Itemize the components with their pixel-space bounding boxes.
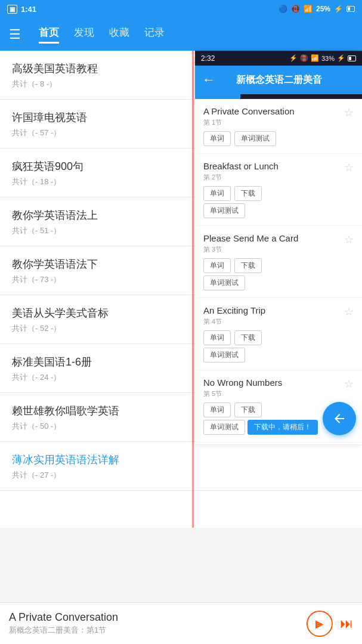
download-button[interactable]: 下载 xyxy=(234,186,262,201)
wifi-icon: 📶 xyxy=(304,5,313,13)
lesson-num: 第 2节 xyxy=(203,173,344,182)
overlay-wifi-icon: 📶 xyxy=(311,54,319,62)
charging-icon: ⚡ xyxy=(334,5,343,13)
item-count: 共计（- 27 -） xyxy=(12,470,350,481)
lesson-title: Breakfast or Lunch xyxy=(203,161,344,171)
lesson-item-3[interactable]: Please Send Me a Card 第 3节 单词 下载 单词测试 ☆ xyxy=(195,226,362,298)
star-button[interactable]: ☆ xyxy=(344,106,354,119)
downloading-status-button: 下载中，请稍后！ xyxy=(247,420,318,435)
lesson-item-4[interactable]: An Exciting Trip 第 4节 单词 下载 单词测试 ☆ xyxy=(195,298,362,370)
vocab-test-button[interactable]: 单词测试 xyxy=(203,420,245,435)
signal-icon: 📵 xyxy=(291,5,300,13)
overlay-signal-icon: 📵 xyxy=(300,54,308,62)
overlay-battery-icon xyxy=(348,55,356,61)
star-button[interactable]: ☆ xyxy=(344,377,354,391)
lesson-num: 第 5节 xyxy=(203,389,344,398)
overlay-nav: ← 新概念英语二册美音 xyxy=(195,66,362,94)
lesson-num: 第 3节 xyxy=(203,245,344,254)
item-title: 薄冰实用英语语法详解 xyxy=(12,453,350,467)
overlay-status-time: 2:32 xyxy=(201,54,215,63)
lesson-title: No Wrong Numbers xyxy=(203,377,344,388)
overlay-battery-percent: 33% xyxy=(321,55,335,62)
list-item[interactable]: 薄冰实用英语语法详解 共计（- 27 -） xyxy=(0,442,362,491)
vocab-button[interactable]: 单词 xyxy=(203,258,231,273)
watermark: RE玩游戏 xyxy=(290,603,362,644)
overlay-status-bar: 2:32 ⚡ 📵 📶 33% ⚡ xyxy=(195,51,362,66)
progress-bar-fill xyxy=(195,94,240,99)
progress-bar-container xyxy=(195,94,362,99)
battery-percent: 25% xyxy=(316,5,330,13)
lesson-item-6[interactable]: Percy Buttons xyxy=(195,442,362,444)
lesson-item-1[interactable]: A Private Conversation 第 1节 单词 单词测试 ☆ xyxy=(195,99,362,154)
top-nav: ☰ 首页 发现 收藏 记录 xyxy=(0,18,362,51)
vocab-button[interactable]: 单词 xyxy=(203,330,231,345)
tab-home[interactable]: 首页 xyxy=(39,26,59,44)
status-bar: ▣ 1:41 🔵 📵 📶 25% ⚡ xyxy=(0,0,362,18)
overlay-status-right: ⚡ 📵 📶 33% ⚡ xyxy=(289,54,356,62)
vocab-button[interactable]: 单词 xyxy=(203,186,231,201)
download-button[interactable]: 下载 xyxy=(234,330,262,345)
menu-icon[interactable]: ☰ xyxy=(9,27,21,42)
overlay-panel: 2:32 ⚡ 📵 📶 33% ⚡ ← 新概念英语二册美音 xyxy=(195,51,362,444)
vocab-button[interactable]: 单词 xyxy=(203,402,231,417)
status-box-icon: ▣ xyxy=(7,5,17,14)
lesson-num: 第 4节 xyxy=(203,317,344,326)
lesson-title: Please Send Me a Card xyxy=(203,233,344,243)
lesson-buttons: 单词 单词测试 xyxy=(203,131,344,146)
vocab-test-button[interactable]: 单词测试 xyxy=(203,348,245,363)
back-button[interactable]: ← xyxy=(202,72,215,88)
tab-history[interactable]: 记录 xyxy=(144,26,165,44)
player-subtitle: 新概念英语二册美音：第1节 xyxy=(9,625,307,636)
download-button[interactable]: 下载 xyxy=(234,258,262,273)
vocab-button[interactable]: 单词 xyxy=(203,131,231,146)
star-button[interactable]: ☆ xyxy=(344,305,354,318)
star-button[interactable]: ☆ xyxy=(344,161,354,174)
lesson-buttons: 单词 下载 xyxy=(203,186,344,201)
vocab-test-button[interactable]: 单词测试 xyxy=(203,203,245,218)
lesson-num: 第 1节 xyxy=(203,118,344,127)
vocab-test-button[interactable]: 单词测试 xyxy=(234,131,276,146)
lesson-title: An Exciting Trip xyxy=(203,305,344,315)
lesson-buttons: 单词 下载 xyxy=(203,258,344,273)
bluetooth-icon: 🔵 xyxy=(279,5,287,13)
bottom-player: A Private Conversation 新概念英语二册美音：第1节 ▶ ⏭… xyxy=(0,602,362,644)
player-info: A Private Conversation 新概念英语二册美音：第1节 xyxy=(9,611,307,636)
overlay-bluetooth-icon: ⚡ xyxy=(289,54,298,62)
fab-icon xyxy=(332,411,346,426)
nav-tabs: 首页 发现 收藏 记录 xyxy=(39,26,165,44)
lesson-list: A Private Conversation 第 1节 单词 单词测试 ☆ Br… xyxy=(195,99,362,444)
battery-icon xyxy=(346,6,355,12)
overlay-title: 新概念英语二册美音 xyxy=(221,74,355,86)
vocab-test-button[interactable]: 单词测试 xyxy=(203,275,245,290)
tab-discover[interactable]: 发现 xyxy=(74,26,94,44)
download-button[interactable]: 下载 xyxy=(234,402,262,417)
overlay-charging-icon: ⚡ xyxy=(337,54,345,62)
status-left: ▣ 1:41 xyxy=(7,5,36,14)
main-content: 高级美国英语教程 共计（- 8 -） 许国璋电视英语 共计（- 57 -） 疯狂… xyxy=(0,51,362,528)
lesson-title: A Private Conversation xyxy=(203,106,344,116)
tab-favorites[interactable]: 收藏 xyxy=(109,26,129,44)
player-title: A Private Conversation xyxy=(9,611,307,624)
status-time: 1:41 xyxy=(21,5,36,14)
status-right: 🔵 📵 📶 25% ⚡ xyxy=(279,5,355,13)
star-button[interactable]: ☆ xyxy=(344,233,354,246)
fab-button[interactable] xyxy=(323,402,356,435)
lesson-item-2[interactable]: Breakfast or Lunch 第 2节 单词 下载 单词测试 ☆ xyxy=(195,154,362,226)
lesson-buttons: 单词 下载 xyxy=(203,330,344,345)
panel-separator xyxy=(192,51,194,528)
